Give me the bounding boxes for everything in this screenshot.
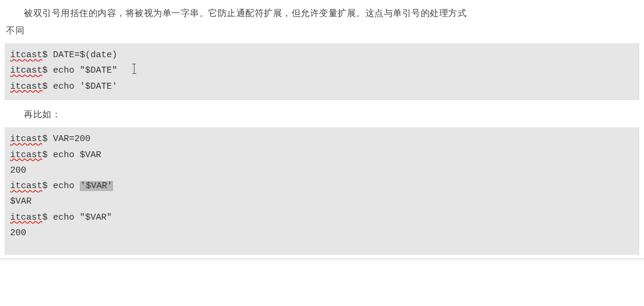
code-block-2: itcast$ VAR=200 itcast$ echo $VAR 200 it… [5, 127, 639, 255]
code2-cmd6: $ echo "$VAR" [42, 213, 112, 223]
code2-line2: itcast$ echo $VAR [10, 148, 634, 163]
prompt: itcast [10, 63, 42, 79]
code2-cmd1: $ VAR=200 [42, 134, 90, 144]
code1-line2: itcast$ echo "$DATE" [10, 63, 634, 79]
code1-cmd2: $ echo "$DATE" [42, 65, 117, 76]
code1-line3: itcast$ echo '$DATE' [10, 79, 634, 95]
prompt: itcast [10, 210, 42, 226]
code2-line5-output: $VAR [10, 194, 634, 210]
paragraph-2: 再比如： [0, 104, 644, 128]
paragraph-1-line1: 被双引号用括住的内容，将被视为单一字串。它防止通配符扩展，但允许变量扩展。这点与… [6, 5, 467, 22]
code2-line6: itcast$ echo "$VAR" [10, 210, 634, 226]
code2-line7-output: 200 [10, 226, 634, 241]
prompt: itcast [10, 79, 42, 95]
output: 200 [10, 166, 26, 176]
code1-line1: itcast$ DATE=$(date) [10, 48, 634, 63]
output: 200 [10, 228, 26, 238]
highlighted-text: '$VAR' [80, 181, 113, 191]
prompt: itcast [10, 148, 42, 163]
paragraph-1-line2: 不同 [6, 25, 24, 35]
page-bottom-border [0, 258, 644, 261]
code2-line3-output: 200 [10, 163, 634, 179]
code1-cmd3: $ echo '$DATE' [42, 82, 117, 92]
prompt: itcast [10, 48, 42, 63]
paragraph-1: 被双引号用括住的内容，将被视为单一字串。它防止通配符扩展，但允许变量扩展。这点与… [0, 4, 644, 43]
prompt: itcast [10, 179, 42, 194]
code-block-1: itcast$ DATE=$(date) itcast$ echo "$DATE… [5, 43, 639, 100]
output: $VAR [10, 196, 32, 207]
prompt: itcast [10, 132, 42, 147]
code1-cmd1: $ DATE=$(date) [42, 50, 117, 60]
code2-line1: itcast$ VAR=200 [10, 132, 634, 147]
code2-cmd2: $ echo $VAR [42, 150, 101, 160]
code2-cmd4a: $ echo [42, 181, 80, 191]
paragraph-2-text: 再比如： [24, 109, 61, 119]
text-cursor-icon [128, 63, 129, 73]
code2-line4: itcast$ echo '$VAR' [10, 179, 634, 194]
